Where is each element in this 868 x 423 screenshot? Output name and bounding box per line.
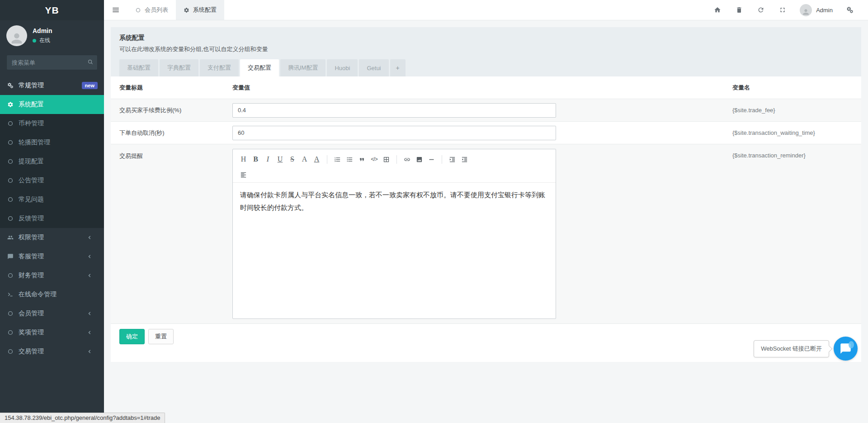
circle-icon — [7, 272, 14, 279]
indent-button[interactable] — [446, 153, 458, 165]
sidebar-item-general-management[interactable]: 常规管理 new — [0, 76, 104, 95]
sidebar-item-carousel-management[interactable]: 轮播图管理 — [0, 133, 104, 152]
toolbar-separator — [327, 155, 327, 164]
heading-button[interactable]: H — [237, 153, 250, 165]
chevron-left-icon — [86, 272, 93, 279]
sidebar-toggle-button[interactable] — [104, 0, 127, 20]
font-color-button[interactable]: A — [311, 153, 323, 165]
sidebar-item-finance-management[interactable]: 财务管理 — [0, 266, 104, 285]
outdent-icon — [461, 156, 468, 163]
row-varname: {$site.trade_fee} — [732, 107, 861, 114]
tab-basic-config[interactable]: 基础配置 — [119, 59, 158, 76]
expand-icon — [779, 6, 786, 14]
quote-icon — [359, 156, 365, 163]
sidebar-item-permission-management[interactable]: 权限管理 — [0, 228, 104, 247]
blockquote-button[interactable] — [356, 153, 368, 165]
panel-body: 变量标题 变量值 变量名 交易买家手续费比例(%) {$site.trade_f… — [111, 76, 861, 362]
ordered-list-icon — [334, 156, 341, 163]
col-header-title: 变量标题 — [111, 84, 232, 92]
tab-tencent-im-config[interactable]: 腾讯IM配置 — [280, 59, 326, 76]
chat-widget-button[interactable] — [834, 337, 858, 361]
strikethrough-button[interactable]: S — [286, 153, 298, 165]
sidebar-menu: 常规管理 new 系统配置 币种管理 轮播图管理 提现配置 公告管理 常见问题 — [0, 76, 104, 361]
search-icon — [87, 59, 94, 65]
table-button[interactable] — [380, 153, 392, 165]
row-varname: {$site.transaction_waiting_time} — [732, 129, 861, 136]
tab-getui[interactable]: Getui — [359, 59, 388, 76]
form-actions: 确定 重置 — [111, 324, 861, 362]
link-button[interactable] — [401, 153, 413, 165]
sidebar-item-withdrawal-config[interactable]: 提现配置 — [0, 152, 104, 171]
config-tabs: 基础配置 字典配置 支付配置 交易配置 腾讯IM配置 Huobi Getui + — [119, 59, 853, 76]
italic-button[interactable]: I — [262, 153, 274, 165]
user-status: 在线 — [39, 37, 50, 44]
refresh-button[interactable] — [750, 0, 772, 20]
gears-icon — [846, 6, 854, 14]
tab-huobi[interactable]: Huobi — [327, 59, 358, 76]
settings-button[interactable] — [839, 0, 861, 20]
horizontal-rule-button[interactable] — [425, 153, 438, 165]
ordered-list-button[interactable] — [331, 153, 344, 165]
menu-search-input[interactable] — [6, 55, 98, 70]
gear-icon — [7, 101, 14, 108]
sidebar-item-currency-management[interactable]: 币种管理 — [0, 114, 104, 133]
menu-search — [6, 55, 98, 70]
sidebar-item-announcement-management[interactable]: 公告管理 — [0, 171, 104, 190]
hamburger-icon — [112, 6, 120, 14]
gears-icon — [7, 82, 14, 89]
auto-cancel-input[interactable] — [232, 126, 556, 140]
app-logo: YB — [0, 0, 104, 20]
sidebar-item-feedback-management[interactable]: 反馈管理 — [0, 209, 104, 228]
bold-button[interactable]: B — [250, 153, 262, 165]
submit-button[interactable]: 确定 — [119, 329, 145, 344]
chevron-left-icon — [86, 253, 93, 260]
font-size-button[interactable]: A — [298, 153, 311, 165]
image-button[interactable] — [413, 153, 425, 165]
circle-icon — [7, 196, 14, 203]
tab-member-list[interactable]: 会员列表 — [127, 0, 176, 20]
unordered-list-button[interactable] — [344, 153, 356, 165]
chevron-left-icon — [86, 348, 93, 355]
table-row: 交易买家手续费比例(%) {$site.trade_fee} — [111, 99, 861, 122]
config-panel: 系统配置 可以在此增改系统的变量和分组,也可以自定义分组和变量 基础配置 字典配… — [111, 27, 861, 362]
row-label: 下单自动取消(秒) — [111, 129, 232, 137]
trade-fee-input[interactable] — [232, 103, 556, 118]
terminal-icon — [7, 291, 14, 298]
sidebar-item-system-config[interactable]: 系统配置 — [0, 95, 104, 114]
table-icon — [383, 156, 390, 163]
avatar — [800, 4, 812, 16]
code-button[interactable]: </> — [368, 153, 380, 165]
tab-dictionary-config[interactable]: 字典配置 — [160, 59, 198, 76]
table-row: 下单自动取消(秒) {$site.transaction_waiting_tim… — [111, 122, 861, 144]
home-button[interactable] — [707, 0, 728, 20]
panel-heading: 系统配置 可以在此增改系统的变量和分组,也可以自定义分组和变量 基础配置 字典配… — [111, 27, 861, 76]
rich-text-editor: H B I U S A A — [232, 149, 556, 319]
toolbar-separator — [396, 155, 397, 164]
topbar-user-menu[interactable]: Admin — [793, 4, 839, 16]
websocket-tooltip: WebSocket 链接已断开 — [754, 340, 829, 357]
outdent-button[interactable] — [458, 153, 471, 165]
tab-trade-config[interactable]: 交易配置 — [240, 59, 279, 76]
sidebar-item-customer-service-management[interactable]: 客服管理 — [0, 247, 104, 266]
sidebar-item-faq[interactable]: 常见问题 — [0, 190, 104, 209]
image-icon — [416, 156, 423, 163]
fullscreen-button[interactable] — [772, 0, 793, 20]
circle-icon — [7, 139, 14, 146]
sidebar-item-member-management[interactable]: 会员管理 — [0, 304, 104, 323]
clear-cache-button[interactable] — [728, 0, 750, 20]
underline-button[interactable]: U — [274, 153, 286, 165]
add-tab-button[interactable]: + — [390, 59, 406, 76]
row-label: 交易提醒 — [111, 144, 232, 160]
sidebar-item-trade-management[interactable]: 交易管理 — [0, 342, 104, 361]
tab-system-config[interactable]: 系统配置 — [176, 0, 224, 20]
reset-button[interactable]: 重置 — [148, 329, 174, 344]
sidebar-item-online-command-management[interactable]: 在线命令管理 — [0, 285, 104, 304]
online-dot-icon — [33, 39, 36, 43]
chevron-left-icon — [86, 310, 93, 317]
transaction-reminder-editor[interactable]: 请确保付款卡所属人与平台实名信息一致，若不一致卖家有权不放币。请不要使用支付宝银… — [233, 183, 556, 318]
sidebar-item-award-management[interactable]: 奖项管理 — [0, 323, 104, 342]
align-left-button[interactable] — [237, 169, 250, 181]
tab-payment-config[interactable]: 支付配置 — [200, 59, 239, 76]
circle-icon — [7, 120, 14, 127]
chevron-left-icon — [86, 329, 93, 336]
